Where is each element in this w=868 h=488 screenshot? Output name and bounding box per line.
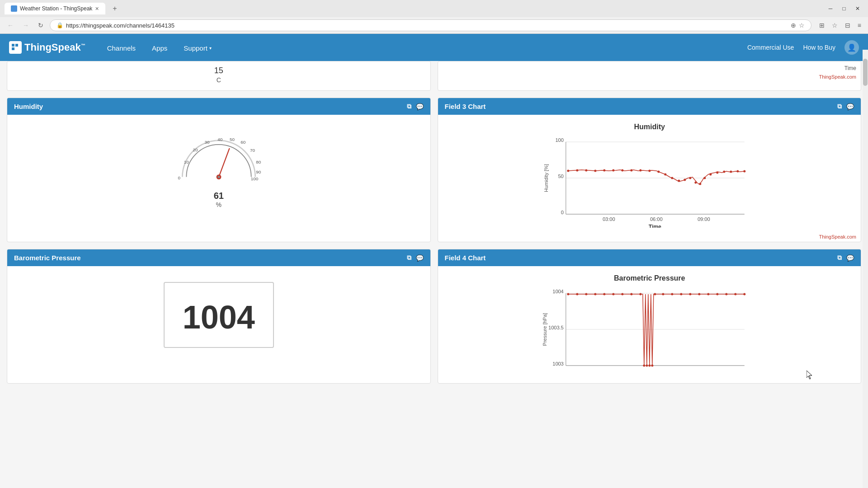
svg-text:Humidity: Humidity bbox=[634, 123, 665, 131]
humidity-card: Humidity ⧉ 💬 0 10 bbox=[7, 98, 431, 242]
top-partial-row: 15 C Time ThingSpeak.com bbox=[7, 61, 861, 91]
svg-point-52 bbox=[716, 172, 718, 174]
baro-card-header: Barometric Pressure ⧉ 💬 bbox=[7, 249, 430, 266]
field3-chart-svg: Humidity 100 50 0 Humidity [%] bbox=[445, 119, 854, 228]
nav-right: Commercial Use How to Buy 👤 bbox=[747, 40, 859, 55]
tab-favicon bbox=[11, 5, 17, 12]
svg-text:09:00: 09:00 bbox=[697, 216, 710, 222]
close-button[interactable]: ✕ bbox=[852, 4, 863, 13]
baro-comment-icon[interactable]: 💬 bbox=[416, 254, 424, 262]
svg-point-36 bbox=[603, 169, 605, 172]
svg-text:0: 0 bbox=[561, 210, 563, 215]
maximize-button[interactable]: □ bbox=[838, 4, 850, 13]
humidity-external-link-icon[interactable]: ⧉ bbox=[407, 103, 411, 110]
baro-card-header-icons: ⧉ 💬 bbox=[407, 254, 424, 262]
scrollbar[interactable] bbox=[863, 50, 868, 399]
svg-text:03:00: 03:00 bbox=[602, 216, 615, 222]
baro-title: Barometric Pressure bbox=[14, 254, 81, 262]
svg-point-81 bbox=[662, 293, 664, 296]
thingspeak-credit-top: ThingSpeak.com bbox=[438, 72, 861, 82]
baro-external-link-icon[interactable]: ⧉ bbox=[407, 254, 411, 262]
svg-text:60: 60 bbox=[241, 140, 245, 145]
svg-text:50: 50 bbox=[558, 174, 563, 179]
nav-channels[interactable]: Channels bbox=[99, 34, 144, 61]
field4-external-link-icon[interactable]: ⧉ bbox=[837, 254, 842, 262]
nav-commercial-use[interactable]: Commercial Use bbox=[747, 44, 794, 51]
field3-chart-container: Humidity 100 50 0 Humidity [%] bbox=[438, 115, 861, 232]
svg-text:100: 100 bbox=[555, 137, 563, 143]
svg-point-77 bbox=[646, 365, 648, 367]
svg-point-84 bbox=[689, 293, 691, 296]
address-bar[interactable]: 🔒 https://thingspeak.com/channels/146413… bbox=[50, 19, 811, 31]
svg-point-88 bbox=[725, 293, 727, 296]
svg-line-15 bbox=[219, 149, 229, 177]
humidity-comment-icon[interactable]: 💬 bbox=[416, 103, 424, 110]
back-button[interactable]: ← bbox=[5, 20, 16, 31]
svg-point-68 bbox=[576, 293, 578, 296]
favorites-button[interactable]: ☆ bbox=[830, 20, 840, 31]
star-icon[interactable]: ☆ bbox=[799, 22, 805, 29]
svg-point-79 bbox=[651, 365, 653, 367]
svg-point-78 bbox=[648, 365, 651, 367]
browser-titlebar: Weather Station - ThingSpeak ✕ + ─ □ ✕ bbox=[0, 0, 868, 17]
field4-chart-container: Barometric Pressure 1004 1003.5 1003 Pre… bbox=[438, 266, 861, 383]
svg-point-41 bbox=[648, 170, 651, 172]
logo-icon bbox=[9, 41, 22, 54]
time-label: Time bbox=[844, 65, 856, 71]
browser-addressbar: ← → ↻ 🔒 https://thingspeak.com/channels/… bbox=[0, 17, 868, 33]
user-profile-button[interactable]: 👤 bbox=[844, 40, 859, 55]
svg-text:90: 90 bbox=[256, 169, 261, 174]
field4-title: Field 4 Chart bbox=[445, 254, 486, 262]
svg-point-54 bbox=[730, 171, 732, 173]
svg-text:1003.5: 1003.5 bbox=[548, 325, 564, 330]
humidity-gauge-svg: 0 10 20 30 40 50 60 70 bbox=[174, 128, 264, 187]
browser-tab[interactable]: Weather Station - ThingSpeak ✕ bbox=[5, 3, 105, 14]
svg-rect-3 bbox=[15, 47, 18, 50]
thingspeak-logo: ThingSpeak™ bbox=[9, 41, 85, 54]
svg-point-86 bbox=[707, 293, 709, 296]
support-dropdown-icon: ▾ bbox=[209, 46, 212, 51]
minimize-button[interactable]: ─ bbox=[825, 4, 836, 13]
svg-point-69 bbox=[585, 293, 587, 296]
field3-external-link-icon[interactable]: ⧉ bbox=[837, 103, 842, 110]
svg-point-67 bbox=[567, 293, 569, 296]
collections-button[interactable]: ⊞ bbox=[817, 20, 827, 31]
svg-point-45 bbox=[678, 180, 680, 182]
field1-chart-partial: Time ThingSpeak.com bbox=[438, 61, 862, 91]
svg-text:Pressure [hPa]: Pressure [hPa] bbox=[542, 313, 547, 346]
field3-credit: ThingSpeak.com bbox=[438, 232, 861, 242]
refresh-button[interactable]: ↻ bbox=[35, 20, 46, 31]
svg-point-17 bbox=[217, 176, 220, 178]
humidity-title: Humidity bbox=[14, 103, 43, 110]
nav-apps[interactable]: Apps bbox=[144, 34, 175, 61]
scrollbar-thumb[interactable] bbox=[863, 59, 868, 86]
svg-point-40 bbox=[639, 169, 642, 172]
svg-point-85 bbox=[698, 293, 700, 296]
humidity-card-header-icons: ⧉ 💬 bbox=[407, 103, 424, 110]
nav-how-to-buy[interactable]: How to Buy bbox=[803, 44, 835, 51]
field4-comment-icon[interactable]: 💬 bbox=[846, 254, 854, 262]
url-text: https://thingspeak.com/channels/1464135 bbox=[66, 22, 788, 29]
thingspeak-navbar: ThingSpeak™ Channels Apps Support ▾ Comm… bbox=[0, 34, 868, 61]
menu-button[interactable]: ≡ bbox=[855, 20, 863, 31]
nav-support[interactable]: Support ▾ bbox=[175, 34, 220, 61]
user-icon: 👤 bbox=[847, 43, 856, 52]
baro-value-box: 1004 bbox=[164, 282, 274, 348]
svg-point-34 bbox=[585, 169, 587, 172]
svg-point-82 bbox=[671, 293, 673, 296]
humidity-unit: % bbox=[216, 201, 222, 208]
field3-card-header-icons: ⧉ 💬 bbox=[837, 103, 854, 110]
svg-point-71 bbox=[603, 293, 605, 296]
svg-text:06:00: 06:00 bbox=[650, 216, 662, 222]
svg-point-46 bbox=[684, 179, 686, 181]
page-info-icon: ⊕ bbox=[791, 22, 796, 29]
new-tab-button[interactable]: + bbox=[109, 3, 120, 14]
svg-point-33 bbox=[576, 169, 578, 172]
tab-close-button[interactable]: ✕ bbox=[95, 6, 99, 12]
svg-text:100: 100 bbox=[250, 176, 258, 181]
svg-point-50 bbox=[703, 177, 706, 179]
field3-comment-icon[interactable]: 💬 bbox=[846, 103, 854, 110]
forward-button[interactable]: → bbox=[20, 20, 32, 31]
svg-point-35 bbox=[594, 170, 596, 172]
history-button[interactable]: ⊟ bbox=[843, 20, 853, 31]
